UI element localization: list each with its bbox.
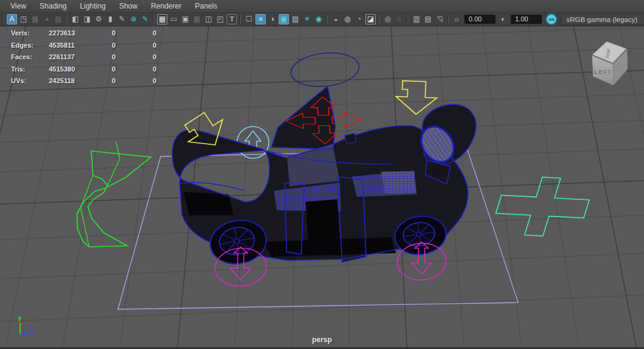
panel-toolbar: A◳▩◕▤◧◨⚙▮✎⊕✎▦▭▣▩◫◰T☐■◑▣▨☀◉◒◍◔◪◎◌▥▤◹☼0.00…	[0, 13, 644, 26]
default-light-icon[interactable]: ◉	[313, 14, 324, 24]
color-management-toggle[interactable]: ON	[546, 13, 557, 25]
menu-view[interactable]: View	[4, 0, 33, 12]
toolbar-separator	[448, 15, 448, 24]
material-sphere-icon[interactable]: ◑	[267, 14, 277, 24]
hud-v2: 0	[112, 77, 115, 84]
hud-v1: 2425118	[49, 77, 75, 84]
paint-effects-icon[interactable]: ◕	[42, 14, 52, 24]
image-layers-icon[interactable]: ▤	[53, 14, 64, 24]
toolbar-separator	[3, 15, 4, 24]
menu-lighting[interactable]: Lighting	[73, 0, 112, 12]
shaded-mode-icon[interactable]: ■	[255, 14, 266, 24]
panel-menu-bar: ViewShadingLightingShowRendererPanels	[0, 0, 644, 13]
viewport-canvas[interactable]: TOP LEFT y z	[0, 0, 644, 349]
hud-v2: 0	[112, 65, 115, 73]
gate-mask-icon[interactable]: ▩	[192, 14, 202, 24]
field-chart-icon[interactable]: ◫	[203, 14, 214, 24]
toolbar-separator	[379, 15, 379, 24]
safe-title-icon[interactable]: T	[227, 14, 237, 24]
toolbar-separator	[408, 15, 408, 24]
view-cube-front-label[interactable]: LEFT	[595, 69, 612, 75]
gamma-field[interactable]: 1.00	[511, 15, 542, 24]
isolate-select-icon[interactable]: ◎	[382, 14, 393, 24]
textured-mode-icon[interactable]: ▨	[290, 14, 301, 24]
axis-y-label: y	[18, 314, 22, 322]
hud-v3: 0	[153, 42, 156, 49]
toolbar-separator	[327, 15, 327, 24]
ambient-occlusion-icon[interactable]: ◍	[342, 14, 353, 24]
hud-v3: 0	[153, 29, 156, 37]
hud-label: Tris:	[11, 65, 25, 73]
menu-shading[interactable]: Shading	[33, 0, 73, 12]
toolbar-separator	[153, 15, 154, 24]
lights-icon[interactable]: ☀	[302, 14, 312, 24]
lock-camera-icon[interactable]: ◨	[82, 14, 92, 24]
hud-label: Verts:	[11, 29, 30, 37]
hud-v1: 4515380	[49, 65, 75, 73]
image-plane-icon[interactable]: ✎	[117, 14, 127, 24]
bookmark-icon[interactable]: ▮	[105, 14, 115, 24]
wireframe-on-shaded-icon[interactable]: ▣	[279, 14, 289, 24]
camera-attributes-icon[interactable]: ⚙	[93, 14, 104, 24]
hud-label: Faces:	[11, 53, 32, 61]
hud-v1: 2261137	[49, 53, 75, 61]
snapshot-paste-icon[interactable]: ▤	[423, 14, 433, 24]
resolution-gate-icon[interactable]: ▣	[180, 14, 191, 24]
axis-indicator: y z	[18, 314, 34, 334]
select-highlight-icon[interactable]: A	[7, 14, 17, 24]
grease-pencil-icon[interactable]: ▩	[30, 14, 40, 24]
snapshot-copy-icon[interactable]: ▥	[411, 14, 422, 24]
hud-v1: 4535811	[49, 42, 75, 49]
hud-v3: 0	[153, 77, 156, 84]
pan-zoom-icon[interactable]: ⊕	[128, 14, 139, 24]
hud-v3: 0	[153, 65, 156, 73]
view-cube[interactable]: TOP LEFT	[592, 42, 628, 85]
grid-toggle-icon[interactable]: ▦	[157, 14, 167, 24]
shadows-icon[interactable]: ◒	[331, 14, 341, 24]
menu-show[interactable]: Show	[112, 0, 144, 12]
yellow-arrow-right	[395, 81, 437, 115]
axis-z-label: z	[29, 325, 34, 333]
hud-v2: 0	[112, 42, 115, 49]
toolbar-separator	[240, 15, 241, 24]
hud-v2: 0	[112, 29, 115, 37]
select-camera-icon[interactable]: ◧	[70, 14, 81, 24]
hud-label: UVs:	[11, 77, 26, 84]
multisampling-icon[interactable]: ◪	[365, 14, 376, 24]
menu-panels[interactable]: Panels	[188, 0, 224, 12]
cyan-circle-arrow	[237, 127, 269, 158]
view-transform-select[interactable]: sRGB gamma (legacy)	[560, 13, 644, 25]
wireframe-icon[interactable]: ☐	[244, 14, 254, 24]
exposure-field[interactable]: 0.00	[464, 15, 496, 24]
toolbar-separator	[67, 15, 67, 24]
car-wireframe-model	[172, 86, 476, 268]
isolate-add-icon[interactable]: ◌	[394, 14, 404, 24]
menu-renderer[interactable]: Renderer	[144, 0, 188, 12]
camera-name-label: persp	[0, 336, 644, 344]
snapshot-export-icon[interactable]: ◹	[434, 14, 445, 24]
hud-v1: 2273613	[49, 29, 75, 37]
ellipse-curve	[289, 50, 360, 89]
car-mirror	[345, 133, 356, 144]
hud-label: Edges:	[11, 42, 34, 49]
adjust-tool-icon[interactable]: ◳	[18, 14, 29, 24]
hud-v2: 0	[112, 53, 115, 61]
contrast-icon[interactable]: ◐	[498, 14, 508, 24]
pencil-context-icon[interactable]: ✎	[140, 14, 150, 24]
safe-action-icon[interactable]: ◰	[215, 14, 225, 24]
motion-blur-icon[interactable]: ◔	[354, 14, 364, 24]
hud-v3: 0	[153, 53, 156, 61]
film-gate-icon[interactable]: ▭	[169, 14, 179, 24]
exposure-icon[interactable]: ☼	[452, 14, 462, 24]
